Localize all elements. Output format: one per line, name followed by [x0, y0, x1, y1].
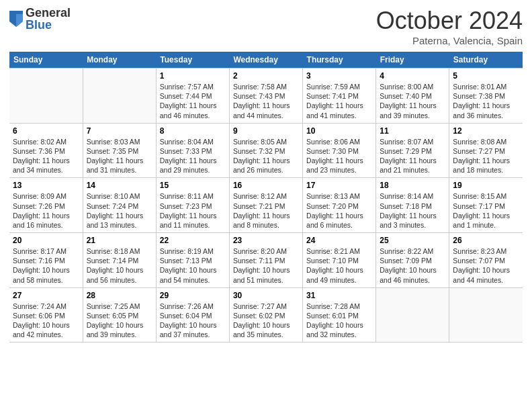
day-number: 6: [13, 126, 79, 136]
day-info: Sunrise: 7:24 AMSunset: 6:06 PMDaylight:…: [13, 302, 79, 340]
day-number: 19: [453, 181, 519, 190]
day-info: Sunrise: 8:08 AMSunset: 7:27 PMDaylight:…: [453, 137, 519, 175]
day-cell: [376, 287, 449, 342]
day-number: 1: [160, 71, 226, 81]
day-number: 15: [160, 181, 226, 190]
day-cell: 16Sunrise: 8:12 AMSunset: 7:21 PMDayligh…: [229, 178, 302, 233]
day-cell: 11Sunrise: 8:07 AMSunset: 7:29 PMDayligh…: [376, 123, 449, 178]
day-info: Sunrise: 8:05 AMSunset: 7:32 PMDaylight:…: [233, 137, 299, 175]
day-number: 25: [380, 236, 445, 245]
day-number: 26: [453, 236, 519, 245]
day-info: Sunrise: 8:17 AMSunset: 7:16 PMDaylight:…: [13, 246, 79, 285]
day-info: Sunrise: 7:28 AMSunset: 6:01 PMDaylight:…: [306, 302, 372, 340]
day-number: 23: [233, 236, 299, 245]
day-number: 14: [87, 181, 152, 190]
day-cell: 26Sunrise: 8:23 AMSunset: 7:07 PMDayligh…: [449, 233, 523, 288]
day-info: Sunrise: 8:18 AMSunset: 7:14 PMDaylight:…: [87, 246, 152, 285]
day-cell: 10Sunrise: 8:06 AMSunset: 7:30 PMDayligh…: [303, 123, 376, 178]
weekday-header-tuesday: Tuesday: [156, 52, 229, 68]
day-cell: 29Sunrise: 7:26 AMSunset: 6:04 PMDayligh…: [156, 287, 229, 342]
month-title: October 2024: [376, 7, 523, 35]
day-info: Sunrise: 8:20 AMSunset: 7:11 PMDaylight:…: [233, 246, 299, 285]
day-cell: 25Sunrise: 8:22 AMSunset: 7:09 PMDayligh…: [376, 233, 449, 288]
day-number: 30: [233, 291, 299, 300]
day-number: 22: [160, 236, 226, 245]
day-info: Sunrise: 8:09 AMSunset: 7:26 PMDaylight:…: [13, 191, 79, 230]
day-number: 16: [233, 181, 299, 190]
day-cell: 22Sunrise: 8:19 AMSunset: 7:13 PMDayligh…: [156, 233, 229, 288]
day-number: 8: [160, 126, 226, 136]
day-cell: 1Sunrise: 7:57 AMSunset: 7:44 PMDaylight…: [156, 68, 229, 124]
day-info: Sunrise: 8:01 AMSunset: 7:38 PMDaylight:…: [453, 82, 519, 120]
page-container: General Blue October 2024 Paterna, Valen…: [0, 0, 532, 349]
week-row-2: 6Sunrise: 8:02 AMSunset: 7:36 PMDaylight…: [9, 123, 523, 178]
day-cell: [449, 287, 523, 342]
day-cell: 28Sunrise: 7:25 AMSunset: 6:05 PMDayligh…: [83, 287, 156, 342]
logo-icon: [9, 11, 23, 27]
day-info: Sunrise: 7:25 AMSunset: 6:05 PMDaylight:…: [87, 302, 152, 340]
day-cell: 6Sunrise: 8:02 AMSunset: 7:36 PMDaylight…: [9, 123, 83, 178]
day-info: Sunrise: 8:23 AMSunset: 7:07 PMDaylight:…: [453, 246, 519, 285]
day-info: Sunrise: 7:57 AMSunset: 7:44 PMDaylight:…: [160, 82, 226, 120]
day-number: 10: [306, 126, 372, 136]
day-cell: 17Sunrise: 8:13 AMSunset: 7:20 PMDayligh…: [303, 178, 376, 233]
day-number: 11: [380, 126, 445, 136]
day-cell: 19Sunrise: 8:15 AMSunset: 7:17 PMDayligh…: [449, 178, 523, 233]
day-number: 4: [380, 71, 445, 81]
day-cell: 14Sunrise: 8:10 AMSunset: 7:24 PMDayligh…: [83, 178, 156, 233]
day-info: Sunrise: 8:19 AMSunset: 7:13 PMDaylight:…: [160, 246, 226, 285]
day-info: Sunrise: 8:04 AMSunset: 7:33 PMDaylight:…: [160, 137, 226, 175]
day-number: 12: [453, 126, 519, 136]
day-info: Sunrise: 8:10 AMSunset: 7:24 PMDaylight:…: [87, 191, 152, 230]
day-info: Sunrise: 8:21 AMSunset: 7:10 PMDaylight:…: [306, 246, 372, 285]
day-number: 31: [306, 291, 372, 300]
day-number: 20: [13, 236, 79, 245]
day-info: Sunrise: 8:00 AMSunset: 7:40 PMDaylight:…: [380, 82, 445, 120]
title-block: October 2024 Paterna, Valencia, Spain: [376, 7, 523, 46]
day-cell: 20Sunrise: 8:17 AMSunset: 7:16 PMDayligh…: [9, 233, 83, 288]
weekday-header-row: SundayMondayTuesdayWednesdayThursdayFrid…: [9, 52, 523, 68]
day-info: Sunrise: 8:03 AMSunset: 7:35 PMDaylight:…: [87, 137, 152, 175]
day-number: 3: [306, 71, 372, 81]
day-info: Sunrise: 8:06 AMSunset: 7:30 PMDaylight:…: [306, 137, 372, 175]
day-info: Sunrise: 8:15 AMSunset: 7:17 PMDaylight:…: [453, 191, 519, 230]
day-cell: [83, 68, 156, 124]
day-cell: 2Sunrise: 7:58 AMSunset: 7:43 PMDaylight…: [229, 68, 302, 124]
day-cell: 23Sunrise: 8:20 AMSunset: 7:11 PMDayligh…: [229, 233, 302, 288]
day-number: 17: [306, 181, 372, 190]
day-info: Sunrise: 7:26 AMSunset: 6:04 PMDaylight:…: [160, 302, 226, 340]
day-cell: 31Sunrise: 7:28 AMSunset: 6:01 PMDayligh…: [303, 287, 376, 342]
day-cell: 13Sunrise: 8:09 AMSunset: 7:26 PMDayligh…: [9, 178, 83, 233]
day-cell: 8Sunrise: 8:04 AMSunset: 7:33 PMDaylight…: [156, 123, 229, 178]
day-cell: 21Sunrise: 8:18 AMSunset: 7:14 PMDayligh…: [83, 233, 156, 288]
day-number: 21: [87, 236, 152, 245]
day-info: Sunrise: 7:59 AMSunset: 7:41 PMDaylight:…: [306, 82, 372, 120]
logo-text: General Blue: [26, 7, 71, 31]
day-info: Sunrise: 8:02 AMSunset: 7:36 PMDaylight:…: [13, 137, 79, 175]
week-row-5: 27Sunrise: 7:24 AMSunset: 6:06 PMDayligh…: [9, 287, 523, 342]
week-row-1: 1Sunrise: 7:57 AMSunset: 7:44 PMDaylight…: [9, 68, 523, 124]
day-number: 27: [13, 291, 79, 300]
week-row-3: 13Sunrise: 8:09 AMSunset: 7:26 PMDayligh…: [9, 178, 523, 233]
day-cell: 9Sunrise: 8:05 AMSunset: 7:32 PMDaylight…: [229, 123, 302, 178]
day-info: Sunrise: 8:11 AMSunset: 7:23 PMDaylight:…: [160, 191, 226, 230]
day-number: 29: [160, 291, 226, 300]
weekday-header-wednesday: Wednesday: [229, 52, 302, 68]
location: Paterna, Valencia, Spain: [376, 35, 523, 46]
day-cell: [9, 68, 83, 124]
day-cell: 4Sunrise: 8:00 AMSunset: 7:40 PMDaylight…: [376, 68, 449, 124]
logo-general-text: General: [26, 7, 71, 19]
day-info: Sunrise: 8:14 AMSunset: 7:18 PMDaylight:…: [380, 191, 445, 230]
day-info: Sunrise: 7:27 AMSunset: 6:02 PMDaylight:…: [233, 302, 299, 340]
day-info: Sunrise: 8:22 AMSunset: 7:09 PMDaylight:…: [380, 246, 445, 285]
day-cell: 15Sunrise: 8:11 AMSunset: 7:23 PMDayligh…: [156, 178, 229, 233]
day-info: Sunrise: 7:58 AMSunset: 7:43 PMDaylight:…: [233, 82, 299, 120]
weekday-header-thursday: Thursday: [303, 52, 376, 68]
week-row-4: 20Sunrise: 8:17 AMSunset: 7:16 PMDayligh…: [9, 233, 523, 288]
day-info: Sunrise: 8:13 AMSunset: 7:20 PMDaylight:…: [306, 191, 372, 230]
day-cell: 18Sunrise: 8:14 AMSunset: 7:18 PMDayligh…: [376, 178, 449, 233]
day-number: 18: [380, 181, 445, 190]
weekday-header-friday: Friday: [376, 52, 449, 68]
day-number: 13: [13, 181, 79, 190]
day-number: 5: [453, 71, 519, 81]
